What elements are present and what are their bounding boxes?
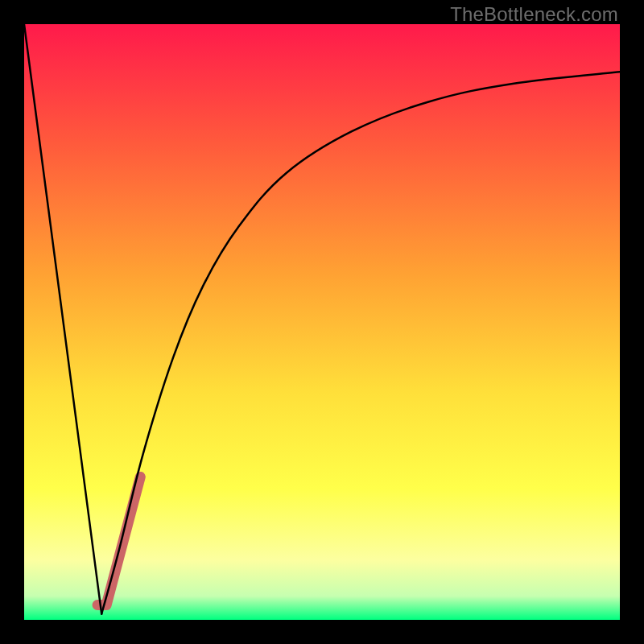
highlight-segment	[97, 477, 140, 605]
watermark-text: TheBottleneck.com	[450, 3, 618, 26]
rising-curve	[101, 72, 620, 613]
chart-stage: TheBottleneck.com	[0, 0, 644, 644]
curves-layer	[24, 24, 620, 620]
descending-line	[24, 24, 101, 614]
plot-area	[24, 24, 620, 620]
